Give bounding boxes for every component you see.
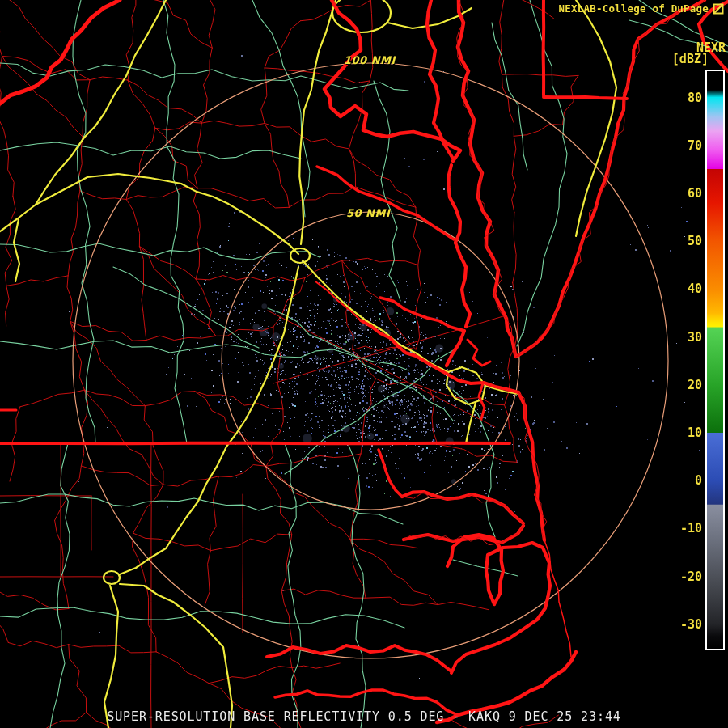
range-ring-label-50nmi: 50 NMI xyxy=(346,207,390,219)
credit-banner: NEXLAB-College of DuPage xyxy=(559,2,724,15)
colorbar-tick-40: 40 xyxy=(654,281,702,296)
colorbar-tick-30: 30 xyxy=(654,330,702,345)
cod-logo-icon xyxy=(713,3,724,15)
colorbar-tick-80: 80 xyxy=(654,91,702,105)
colorbar-tick-0: 0 xyxy=(654,473,702,488)
radar-display: NEXLAB-College of DuPage NEXR [dBZ] 8070… xyxy=(0,0,728,728)
credit-text: NEXLAB-College of DuPage xyxy=(559,2,709,15)
colorbar-tick-50: 50 xyxy=(654,234,702,248)
colorbar-tick--20: -20 xyxy=(654,569,702,584)
colorbar-tick-10: 10 xyxy=(654,425,702,440)
colorbar-tick-20: 20 xyxy=(654,378,702,392)
range-ring-label-100nmi: 100 NMI xyxy=(344,54,396,66)
colorbar-tick-60: 60 xyxy=(654,186,702,201)
reflectivity-colorbar xyxy=(705,70,725,650)
colorbar-tick-70: 70 xyxy=(654,138,702,153)
product-caption: SUPER-RESOLUTION BASE REFLECTIVITY 0.5 D… xyxy=(0,709,728,724)
colorbar-tick--30: -30 xyxy=(654,617,702,632)
colorbar-units-label: [dBZ] xyxy=(672,52,709,66)
radar-map-canvas xyxy=(0,0,728,728)
colorbar-tick--10: -10 xyxy=(654,521,702,535)
